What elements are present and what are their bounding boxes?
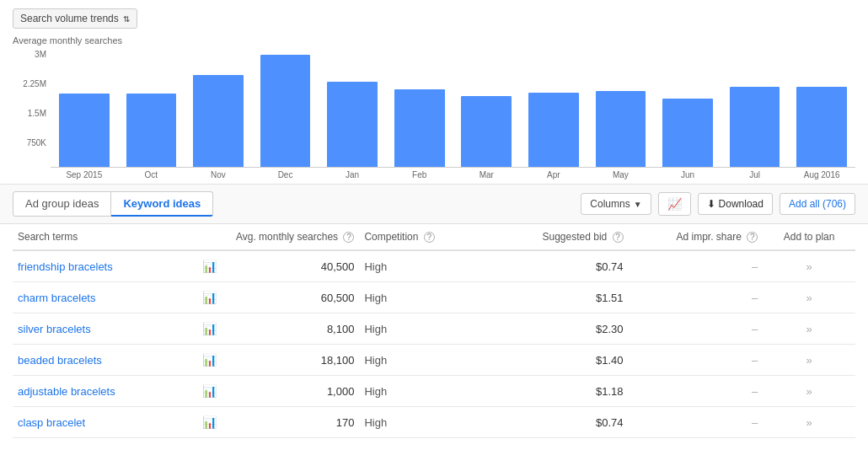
keywords-table: Search terms Avg. monthly searches ? Com… — [13, 224, 855, 438]
cell-competition: High — [359, 407, 477, 438]
cell-search-term[interactable]: clasp bracelet — [13, 407, 197, 438]
table-row: clasp bracelet 📊 170 High $0.74 – » — [13, 407, 855, 438]
tab-ad-group[interactable]: Ad group ideas — [13, 191, 111, 217]
x-label: May — [587, 168, 655, 179]
cell-ad-impr: – — [629, 376, 764, 407]
cell-add-plan[interactable]: » — [763, 250, 855, 282]
trend-icon[interactable]: 📊 — [202, 415, 217, 429]
y-tick-750k: 750K — [27, 138, 46, 147]
cell-avg: 170 — [231, 407, 360, 438]
cell-trend[interactable]: 📊 — [197, 313, 231, 345]
cell-search-term[interactable]: charm bracelets — [13, 282, 197, 313]
bar-group — [520, 49, 587, 167]
tab-keyword-label: Keyword ideas — [123, 197, 201, 210]
chart-title-button[interactable]: Search volume trends ⇅ — [13, 8, 137, 29]
cell-avg: 8,100 — [231, 313, 360, 345]
columns-button[interactable]: Columns ▼ — [581, 193, 651, 215]
cell-competition: High — [359, 282, 477, 313]
cell-trend[interactable]: 📊 — [197, 407, 231, 438]
trend-icon[interactable]: 📊 — [202, 260, 217, 273]
y-tick-225m: 2.25M — [23, 79, 46, 88]
y-tick-3m: 3M — [35, 50, 46, 59]
toolbar-buttons: Columns ▼ 📈 ⬇ Download Add all (706) — [581, 192, 855, 216]
bar-group — [453, 49, 520, 167]
bar — [796, 87, 847, 167]
bar-group — [118, 49, 185, 167]
suggested-bid-help-icon: ? — [613, 232, 624, 243]
trend-icon[interactable]: 📊 — [202, 353, 217, 367]
bar — [662, 99, 713, 167]
cell-search-term[interactable]: friendship bracelets — [13, 250, 197, 282]
table-header-row: Search terms Avg. monthly searches ? Com… — [13, 224, 855, 250]
table-row: adjustable bracelets 📊 1,000 High $1.18 … — [13, 376, 855, 407]
cell-add-plan[interactable]: » — [763, 282, 855, 313]
download-button[interactable]: ⬇ Download — [698, 193, 773, 215]
bar — [461, 96, 512, 167]
x-label: Apr — [520, 168, 587, 179]
tab-ad-group-label: Ad group ideas — [25, 197, 99, 210]
cell-competition: High — [359, 345, 477, 376]
download-icon: ⬇ — [707, 198, 715, 210]
x-labels: Sep 2015OctNovDecJanFebMarAprMayJunJulAu… — [13, 168, 855, 179]
trend-icon[interactable]: 📊 — [202, 322, 217, 335]
th-suggested-bid: Suggested bid ? — [477, 224, 628, 250]
add-all-label: Add all (706) — [789, 198, 846, 210]
cell-search-term[interactable]: beaded bracelets — [13, 345, 197, 376]
cell-add-plan[interactable]: » — [763, 376, 855, 407]
add-all-button[interactable]: Add all (706) — [780, 193, 855, 215]
bar — [327, 82, 378, 167]
download-label: Download — [719, 198, 764, 210]
columns-arrow-icon: ▼ — [634, 200, 642, 209]
cell-avg: 1,000 — [231, 376, 360, 407]
cell-add-plan[interactable]: » — [763, 345, 855, 376]
cell-bid: $0.74 — [477, 407, 628, 438]
ad-impr-help-icon: ? — [747, 232, 758, 243]
cell-trend[interactable]: 📊 — [197, 345, 231, 376]
bar-group — [386, 49, 453, 167]
bar — [193, 75, 244, 167]
chart-icon: 📈 — [667, 197, 682, 211]
chart-header: Search volume trends ⇅ — [13, 8, 855, 29]
cell-avg: 60,500 — [231, 282, 360, 313]
th-ad-impr: Ad impr. share ? — [629, 224, 764, 250]
th-search-terms: Search terms — [13, 224, 197, 250]
cell-search-term[interactable]: silver bracelets — [13, 313, 197, 345]
cell-trend[interactable]: 📊 — [197, 282, 231, 313]
bar — [596, 91, 646, 167]
cell-add-plan[interactable]: » — [763, 313, 855, 345]
th-competition: Competition ? — [359, 224, 477, 250]
cell-avg: 18,100 — [231, 345, 360, 376]
bar — [126, 94, 177, 167]
table-row: friendship bracelets 📊 40,500 High $0.74… — [13, 250, 855, 282]
bar-group — [654, 49, 721, 167]
cell-avg: 40,500 — [231, 250, 360, 282]
trend-icon[interactable]: 📊 — [202, 384, 217, 398]
x-label: Jan — [319, 168, 386, 179]
cell-add-plan[interactable]: » — [763, 407, 855, 438]
x-label: Feb — [386, 168, 453, 179]
bars-container — [51, 49, 855, 167]
chart-section: Search volume trends ⇅ Average monthly s… — [0, 0, 868, 185]
cell-bid: $1.51 — [477, 282, 628, 313]
cell-competition: High — [359, 376, 477, 407]
cell-trend[interactable]: 📊 — [197, 376, 231, 407]
avg-help-icon: ? — [343, 232, 354, 243]
bar-group — [319, 49, 386, 167]
competition-help-icon: ? — [424, 232, 435, 243]
bar — [59, 94, 110, 167]
th-trend — [197, 224, 231, 250]
chart-view-button[interactable]: 📈 — [658, 192, 691, 216]
bar-group — [788, 49, 855, 167]
cell-ad-impr: – — [629, 407, 764, 438]
columns-label: Columns — [590, 198, 630, 210]
tab-keyword[interactable]: Keyword ideas — [111, 191, 213, 217]
x-label: Dec — [252, 168, 319, 179]
cell-ad-impr: – — [629, 345, 764, 376]
cell-ad-impr: – — [629, 282, 764, 313]
trend-icon[interactable]: 📊 — [202, 291, 217, 304]
y-tick-15m: 1.5M — [28, 109, 46, 118]
cell-trend[interactable]: 📊 — [197, 250, 231, 282]
cell-search-term[interactable]: adjustable bracelets — [13, 376, 197, 407]
bar-group — [252, 49, 319, 167]
cell-ad-impr: – — [629, 250, 764, 282]
